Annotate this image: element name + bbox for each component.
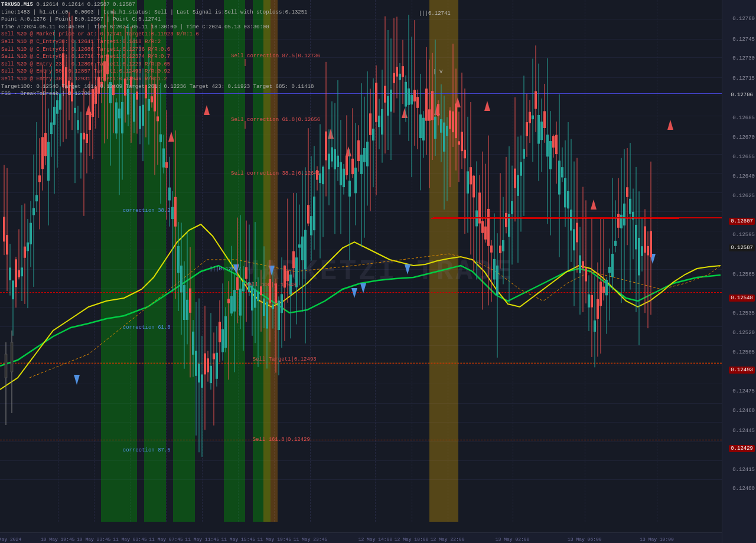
- sell-100-label: Sell 100|0.12548: [245, 282, 296, 288]
- sell-line-1: Sell %20 @ Market price or at: 0.12741 T…: [1, 31, 314, 38]
- info-line-2: Point A:0.1276 | Point B:0.12567 | Point…: [1, 16, 314, 24]
- time-11may-1545: 11 May 15:45: [221, 537, 255, 542]
- price-12706-special: 0.12706: [729, 91, 755, 99]
- time-10may-1945: 10 May 19:45: [41, 537, 75, 542]
- header-line: TRXUSD.M15 0.12614 0.12614 0.12587 0.125…: [1, 1, 314, 9]
- sell-line-5: Sell %20 @ Entry 23i: 0.12806 Target1:0.…: [1, 61, 314, 68]
- price-12535: 0.12535: [732, 310, 755, 316]
- sell-target1-label: Sell Target1|0.12493: [253, 356, 317, 362]
- price-12493-special: 0.12493: [729, 367, 755, 374]
- price-12400: 0.12400: [732, 486, 755, 492]
- time-13may-1000: 13 May 10:00: [640, 537, 674, 542]
- time-11may-1145: 11 May 11:45: [185, 537, 219, 542]
- price-567-label: |||0.12567: [209, 266, 241, 272]
- time-axis: 9 May 2024 10 May 19:45 10 May 23:45 11 …: [0, 532, 722, 543]
- symbol-label: TRXUSD.M15: [1, 2, 33, 8]
- info-line-1: Line:1483 | h1_atr_c0: 0.0003 | tema_h1_…: [1, 9, 314, 17]
- red-level-line: [433, 217, 722, 218]
- time-12may-1800: 12 May 18:00: [395, 537, 429, 542]
- targets-line: Target100: 0.12540 Target 161: 0.12409 T…: [1, 83, 314, 91]
- ohlc-values: 0.12614 0.12614 0.12587 0.12587: [36, 2, 135, 8]
- info-line-3: Time A:2024.05.11 03:45:00 | Time B:2024…: [1, 24, 314, 31]
- sell-correction-618-label: Sell correction 61.8|0.12656: [231, 117, 320, 123]
- sell-line-3: Sell %10 @ C_Entry61: 0.12686 Target1:0.…: [1, 46, 314, 54]
- price-12685: 0.12685: [732, 115, 755, 121]
- price-741-label: |||0.12741: [419, 11, 451, 17]
- fss-line-label: FSS - BreakToBreak | 0.12706: [1, 90, 314, 98]
- time-11may-0345: 11 May 03:45: [113, 537, 147, 542]
- sell-line-4: Sell %10 @ C_Entry88: 0.12736 Target1:0.…: [1, 53, 314, 61]
- price-12625: 0.12625: [732, 193, 755, 199]
- price-12730: 0.12730: [732, 55, 755, 61]
- time-12may-1400: 12 May 14:00: [359, 537, 393, 542]
- price-12565: 0.12565: [732, 272, 755, 277]
- correction-875-label: correction 87.5: [123, 447, 171, 453]
- sell-line-6: Sell %20 @ Entry 50: 0.12857 Target1:0.1…: [1, 68, 314, 76]
- price-12595: 0.12595: [732, 232, 755, 238]
- sell-line-7: Sell %10 @ Entry 38: 0.12931 Target1:0.1…: [1, 76, 314, 83]
- chart-container: MARKETZI TRADE: [0, 0, 756, 543]
- price-12745: 0.12745: [732, 37, 755, 42]
- time-11may-2345: 11 May 23:45: [294, 537, 328, 542]
- price-12475: 0.12475: [732, 388, 755, 394]
- price-12505: 0.12505: [732, 349, 755, 355]
- price-12640: 0.12640: [732, 174, 755, 179]
- price-12445: 0.12445: [732, 428, 755, 434]
- price-axis: 0.12760 0.12745 0.12730 0.12715 0.12706 …: [722, 0, 756, 543]
- correction-618-label: correction 61.8: [123, 325, 171, 331]
- price-12429-special: 0.12429: [729, 445, 755, 452]
- price-12715: 0.12715: [732, 76, 755, 81]
- sell-line-2: Sell %10 @ C_Entry38: 0.12641 Target1:0.…: [1, 38, 314, 46]
- correction-382-label: correction 38.2: [123, 208, 171, 214]
- price-12548-special: 0.12548: [729, 295, 755, 302]
- price-12655: 0.12655: [732, 154, 755, 160]
- time-12may-2200: 12 May 22:00: [431, 537, 465, 542]
- price-12607-special: 0.12607: [729, 218, 755, 225]
- time-10may-2345: 10 May 23:45: [77, 537, 111, 542]
- sell-correction-382-label: Sell correction 38.2|0.12641: [231, 171, 320, 176]
- price-12415: 0.12415: [732, 467, 755, 473]
- price-12760: 0.12760: [732, 16, 755, 22]
- time-13may-0600: 13 May 06:00: [568, 537, 602, 542]
- time-11may-1945: 11 May 19:45: [258, 537, 292, 542]
- price-12460: 0.12460: [732, 408, 755, 414]
- time-11may-0745: 11 May 07:45: [149, 537, 183, 542]
- price-12670: 0.12670: [732, 135, 755, 140]
- time-9may: 9 May 2024: [0, 537, 21, 542]
- info-panel: TRXUSD.M15 0.12614 0.12614 0.12587 0.125…: [1, 1, 314, 98]
- sell-1618-label: Sell 161.8|0.12429: [253, 437, 310, 443]
- price-12587-special: 0.12587: [729, 244, 755, 251]
- iv-label: | V: [433, 69, 442, 75]
- price-12520: 0.12520: [732, 330, 755, 336]
- time-13may-0200: 13 May 02:00: [496, 537, 530, 542]
